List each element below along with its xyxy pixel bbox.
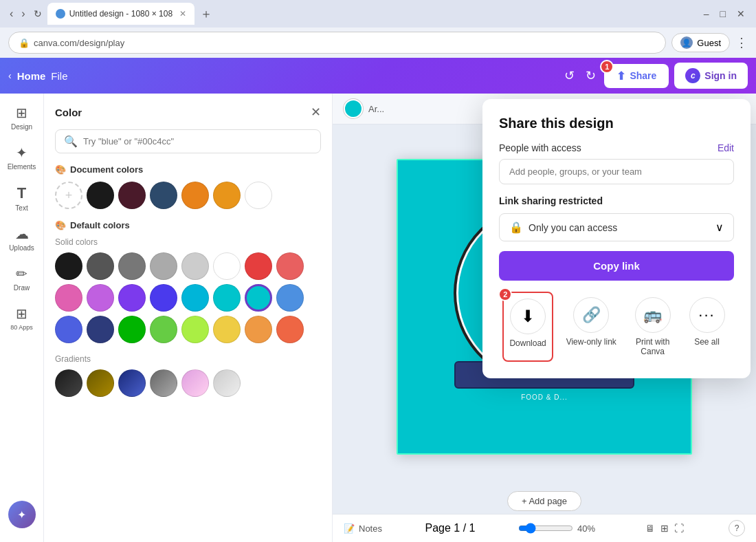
solid-5[interactable] xyxy=(181,252,209,280)
sidebar-item-draw[interactable]: ✏ Draw xyxy=(3,260,41,297)
solid-9[interactable] xyxy=(55,284,82,312)
add-color-swatch[interactable]: + xyxy=(55,182,82,209)
signin-btn[interactable]: c Sign in xyxy=(674,63,748,89)
grad-4[interactable] xyxy=(150,369,177,397)
solid-17[interactable] xyxy=(55,316,82,343)
view-only-label: View-only link xyxy=(566,337,616,347)
solid-12[interactable] xyxy=(150,284,177,312)
app-back-btn[interactable]: ‹ xyxy=(8,70,12,81)
people-input[interactable] xyxy=(499,159,734,184)
solid-4[interactable] xyxy=(150,252,177,280)
fullscreen-btn[interactable]: ⛶ xyxy=(673,521,685,535)
doc-color-2[interactable] xyxy=(118,182,146,209)
magic-btn[interactable]: ✦ xyxy=(8,501,36,528)
grad-2[interactable] xyxy=(87,369,114,397)
signin-label: Sign in xyxy=(704,70,737,81)
close-btn[interactable]: ✕ xyxy=(733,7,749,21)
color-search-box[interactable]: 🔍 xyxy=(55,129,321,153)
refresh-btn[interactable]: ↻ xyxy=(31,6,45,22)
desktop-view-btn[interactable]: 🖥 xyxy=(644,521,656,535)
download-action[interactable]: 2 ⬇ Download xyxy=(502,292,553,362)
solid-10[interactable] xyxy=(87,284,114,312)
solid-colors-label: Solid colors xyxy=(55,237,321,247)
doc-color-1[interactable] xyxy=(87,182,114,209)
panel-close-btn[interactable]: ✕ xyxy=(311,105,321,120)
see-all-label: See all xyxy=(694,337,720,347)
browser-tab[interactable]: Untitled design - 1080 × 108 ✕ xyxy=(47,3,194,25)
solid-3[interactable] xyxy=(118,252,146,280)
solid-16[interactable] xyxy=(276,284,304,312)
copy-link-btn[interactable]: Copy link xyxy=(499,251,734,281)
grad-5[interactable] xyxy=(181,369,209,397)
doc-color-5[interactable] xyxy=(213,182,241,209)
color-search-input[interactable] xyxy=(83,136,312,147)
help-btn[interactable]: ? xyxy=(729,520,745,536)
text-label: Text xyxy=(15,204,27,212)
solid-6[interactable] xyxy=(213,252,241,280)
apps-icon: ⊞ xyxy=(16,305,27,322)
grid-view-btn[interactable]: ⊞ xyxy=(659,521,670,535)
solid-24[interactable] xyxy=(276,316,304,343)
doc-color-4[interactable] xyxy=(181,182,209,209)
undo-btn[interactable]: ↺ xyxy=(562,68,577,83)
color-palette-icon: 🎨 xyxy=(55,164,66,175)
solid-19[interactable] xyxy=(118,316,146,343)
address-bar[interactable]: 🔒 canva.com/design/play xyxy=(8,32,666,54)
sidebar-item-design[interactable]: ⊞ Design xyxy=(3,99,41,136)
sidebar-item-text[interactable]: T Text xyxy=(3,179,41,217)
zoom-controls: 40% xyxy=(518,523,601,534)
minimize-btn[interactable]: – xyxy=(700,7,713,21)
zoom-slider[interactable] xyxy=(518,523,573,534)
doc-color-3[interactable] xyxy=(150,182,177,209)
app-header: ‹ Home File ↺ ↻ 1 ⬆ Share c Sign in xyxy=(0,58,756,94)
sidebar-item-elements[interactable]: ✦ Elements xyxy=(3,139,41,176)
doc-color-white[interactable] xyxy=(245,182,272,209)
solid-1[interactable] xyxy=(55,252,82,280)
edit-link[interactable]: Edit xyxy=(718,142,734,153)
share-label: Share xyxy=(630,70,656,81)
solid-14[interactable] xyxy=(213,284,241,312)
solid-11[interactable] xyxy=(118,284,146,312)
action-row: 2 ⬇ Download 🔗 View-only link 🚌 Print wi… xyxy=(499,292,734,362)
solid-7[interactable] xyxy=(245,252,272,280)
see-all-action[interactable]: ··· See all xyxy=(684,292,731,362)
tab-close-btn[interactable]: ✕ xyxy=(179,9,186,19)
redo-btn[interactable]: ↻ xyxy=(583,68,599,83)
notes-btn[interactable]: 📝 Notes xyxy=(344,523,382,534)
guest-btn[interactable]: 👤 Guest xyxy=(671,33,730,52)
gradients-label: Gradients xyxy=(55,354,321,364)
solid-2[interactable] xyxy=(87,252,114,280)
sidebar-item-apps[interactable]: ⊞ 80 Apps xyxy=(3,300,41,336)
file-btn[interactable]: File xyxy=(51,70,67,82)
chevron-down-icon: ∨ xyxy=(715,221,724,234)
download-badge: 2 xyxy=(498,288,512,301)
canvas-color-circle[interactable] xyxy=(344,99,363,118)
solid-18[interactable] xyxy=(87,316,114,343)
left-sidebar: ⊞ Design ✦ Elements T Text ☁ Uploads ✏ D… xyxy=(0,94,44,542)
view-only-link-action[interactable]: 🔗 View-only link xyxy=(561,292,622,362)
share-btn[interactable]: 1 ⬆ Share xyxy=(604,64,669,88)
solid-20[interactable] xyxy=(150,316,177,343)
solid-22[interactable] xyxy=(213,316,241,343)
solid-8[interactable] xyxy=(276,252,304,280)
new-tab-btn[interactable]: ＋ xyxy=(197,6,215,22)
print-action[interactable]: 🚌 Print withCanva xyxy=(630,292,676,362)
maximize-btn[interactable]: □ xyxy=(716,7,730,21)
home-btn[interactable]: Home xyxy=(17,70,46,82)
browser-menu-btn[interactable]: ⋮ xyxy=(735,35,748,50)
default-colors-title: 🎨 Default colors xyxy=(55,220,321,230)
sidebar-item-uploads[interactable]: ☁ Uploads xyxy=(3,220,41,257)
solid-15[interactable] xyxy=(245,284,272,312)
solid-21[interactable] xyxy=(181,316,209,343)
add-page-btn[interactable]: + Add page xyxy=(507,491,581,511)
access-dropdown[interactable]: 🔒 Only you can access ∨ xyxy=(499,213,734,241)
grad-1[interactable] xyxy=(55,369,82,397)
solid-13[interactable] xyxy=(181,284,209,312)
solid-23[interactable] xyxy=(245,316,272,343)
url-text: canva.com/design/play xyxy=(34,38,124,48)
design-icon: ⊞ xyxy=(16,105,27,121)
forward-nav-btn[interactable]: › xyxy=(19,5,27,23)
grad-6[interactable] xyxy=(213,369,241,397)
back-nav-btn[interactable]: ‹ xyxy=(7,5,16,23)
grad-3[interactable] xyxy=(118,369,146,397)
